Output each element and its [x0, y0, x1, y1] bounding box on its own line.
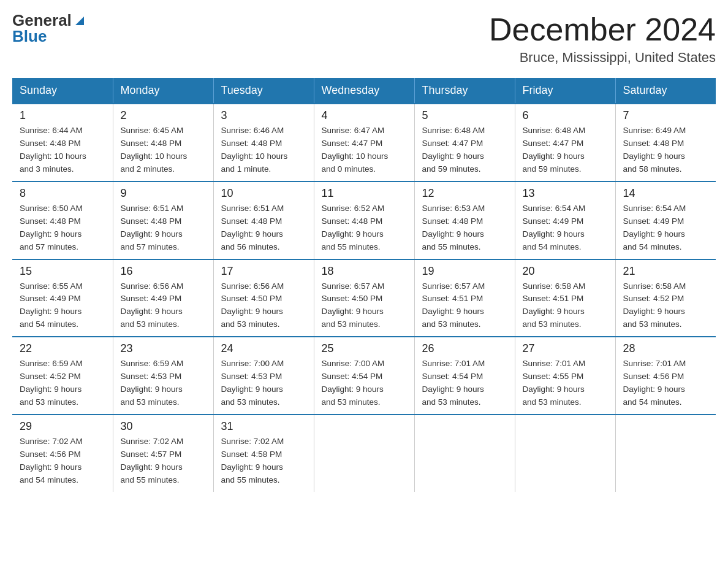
- day-number: 19: [422, 265, 507, 278]
- day-number: 1: [20, 109, 105, 122]
- day-info: Sunrise: 7:01 AMSunset: 4:54 PMDaylight:…: [422, 358, 507, 409]
- day-info: Sunrise: 7:01 AMSunset: 4:55 PMDaylight:…: [523, 358, 608, 409]
- calendar-cell: [314, 415, 414, 492]
- calendar-cell: 25Sunrise: 7:00 AMSunset: 4:54 PMDayligh…: [314, 337, 414, 415]
- day-info: Sunrise: 6:53 AMSunset: 4:48 PMDaylight:…: [422, 202, 507, 254]
- calendar-cell: 19Sunrise: 6:57 AMSunset: 4:51 PMDayligh…: [414, 259, 515, 337]
- day-info: Sunrise: 6:49 AMSunset: 4:48 PMDaylight:…: [623, 124, 709, 176]
- day-number: 28: [623, 342, 709, 355]
- day-number: 17: [221, 265, 306, 278]
- calendar-cell: 16Sunrise: 6:56 AMSunset: 4:49 PMDayligh…: [113, 259, 213, 337]
- day-info: Sunrise: 6:54 AMSunset: 4:49 PMDaylight:…: [523, 202, 608, 254]
- calendar-cell: 13Sunrise: 6:54 AMSunset: 4:49 PMDayligh…: [515, 182, 615, 259]
- day-info: Sunrise: 6:48 AMSunset: 4:47 PMDaylight:…: [422, 124, 507, 176]
- calendar-cell: 23Sunrise: 6:59 AMSunset: 4:53 PMDayligh…: [113, 337, 213, 415]
- day-info: Sunrise: 6:56 AMSunset: 4:50 PMDaylight:…: [221, 280, 306, 332]
- day-info: Sunrise: 6:57 AMSunset: 4:50 PMDaylight:…: [322, 280, 407, 332]
- day-number: 29: [20, 420, 105, 433]
- day-info: Sunrise: 6:44 AMSunset: 4:48 PMDaylight:…: [20, 124, 105, 176]
- weekday-header-monday: Monday: [113, 78, 213, 104]
- calendar-cell: 5Sunrise: 6:48 AMSunset: 4:47 PMDaylight…: [414, 104, 515, 182]
- day-number: 21: [623, 265, 709, 278]
- day-info: Sunrise: 6:58 AMSunset: 4:51 PMDaylight:…: [523, 280, 608, 332]
- calendar-week-5: 29Sunrise: 7:02 AMSunset: 4:56 PMDayligh…: [12, 415, 716, 492]
- calendar-cell: [615, 415, 716, 492]
- calendar-week-3: 15Sunrise: 6:55 AMSunset: 4:49 PMDayligh…: [12, 259, 716, 337]
- day-number: 10: [221, 187, 306, 200]
- day-number: 6: [523, 109, 608, 122]
- calendar-cell: 7Sunrise: 6:49 AMSunset: 4:48 PMDaylight…: [615, 104, 716, 182]
- day-number: 5: [422, 109, 507, 122]
- location: Bruce, Mississippi, United States: [489, 50, 716, 66]
- day-info: Sunrise: 6:48 AMSunset: 4:47 PMDaylight:…: [523, 124, 608, 176]
- calendar-cell: 24Sunrise: 7:00 AMSunset: 4:53 PMDayligh…: [213, 337, 314, 415]
- calendar-week-2: 8Sunrise: 6:50 AMSunset: 4:48 PMDaylight…: [12, 182, 716, 259]
- calendar-table: SundayMondayTuesdayWednesdayThursdayFrid…: [12, 78, 716, 491]
- day-number: 11: [322, 187, 407, 200]
- calendar-cell: 17Sunrise: 6:56 AMSunset: 4:50 PMDayligh…: [213, 259, 314, 337]
- day-info: Sunrise: 7:02 AMSunset: 4:58 PMDaylight:…: [221, 435, 306, 487]
- day-number: 15: [20, 265, 105, 278]
- calendar-cell: 1Sunrise: 6:44 AMSunset: 4:48 PMDaylight…: [12, 104, 113, 182]
- day-number: 7: [623, 109, 709, 122]
- calendar-cell: 21Sunrise: 6:58 AMSunset: 4:52 PMDayligh…: [615, 259, 716, 337]
- weekday-header-friday: Friday: [515, 78, 615, 104]
- calendar-cell: 3Sunrise: 6:46 AMSunset: 4:48 PMDaylight…: [213, 104, 314, 182]
- day-info: Sunrise: 6:50 AMSunset: 4:48 PMDaylight:…: [20, 202, 105, 254]
- day-number: 26: [422, 342, 507, 355]
- day-number: 12: [422, 187, 507, 200]
- day-info: Sunrise: 7:02 AMSunset: 4:57 PMDaylight:…: [121, 435, 206, 487]
- weekday-header-tuesday: Tuesday: [213, 78, 314, 104]
- weekday-header-thursday: Thursday: [414, 78, 515, 104]
- day-info: Sunrise: 6:55 AMSunset: 4:49 PMDaylight:…: [20, 280, 105, 332]
- day-number: 3: [221, 109, 306, 122]
- calendar-cell: 15Sunrise: 6:55 AMSunset: 4:49 PMDayligh…: [12, 259, 113, 337]
- calendar-cell: 4Sunrise: 6:47 AMSunset: 4:47 PMDaylight…: [314, 104, 414, 182]
- day-info: Sunrise: 6:57 AMSunset: 4:51 PMDaylight:…: [422, 280, 507, 332]
- day-number: 13: [523, 187, 608, 200]
- day-info: Sunrise: 7:00 AMSunset: 4:53 PMDaylight:…: [221, 358, 306, 409]
- day-number: 9: [121, 187, 206, 200]
- day-number: 16: [121, 265, 206, 278]
- day-info: Sunrise: 6:51 AMSunset: 4:48 PMDaylight:…: [221, 202, 306, 254]
- calendar-cell: 22Sunrise: 6:59 AMSunset: 4:52 PMDayligh…: [12, 337, 113, 415]
- calendar-cell: 18Sunrise: 6:57 AMSunset: 4:50 PMDayligh…: [314, 259, 414, 337]
- page-header: General Blue December 2024 Bruce, Missis…: [12, 12, 716, 66]
- day-info: Sunrise: 6:45 AMSunset: 4:48 PMDaylight:…: [121, 124, 206, 176]
- day-number: 8: [20, 187, 105, 200]
- day-info: Sunrise: 6:54 AMSunset: 4:49 PMDaylight:…: [623, 202, 709, 254]
- weekday-header-row: SundayMondayTuesdayWednesdayThursdayFrid…: [12, 78, 716, 104]
- calendar-cell: 2Sunrise: 6:45 AMSunset: 4:48 PMDaylight…: [113, 104, 213, 182]
- calendar-cell: 12Sunrise: 6:53 AMSunset: 4:48 PMDayligh…: [414, 182, 515, 259]
- day-info: Sunrise: 6:58 AMSunset: 4:52 PMDaylight:…: [623, 280, 709, 332]
- day-info: Sunrise: 6:51 AMSunset: 4:48 PMDaylight:…: [121, 202, 206, 254]
- calendar-cell: 29Sunrise: 7:02 AMSunset: 4:56 PMDayligh…: [12, 415, 113, 492]
- day-number: 31: [221, 420, 306, 433]
- day-number: 2: [121, 109, 206, 122]
- calendar-cell: 30Sunrise: 7:02 AMSunset: 4:57 PMDayligh…: [113, 415, 213, 492]
- calendar-cell: 10Sunrise: 6:51 AMSunset: 4:48 PMDayligh…: [213, 182, 314, 259]
- calendar-cell: 14Sunrise: 6:54 AMSunset: 4:49 PMDayligh…: [615, 182, 716, 259]
- day-info: Sunrise: 7:02 AMSunset: 4:56 PMDaylight:…: [20, 435, 105, 487]
- calendar-cell: [414, 415, 515, 492]
- calendar-week-4: 22Sunrise: 6:59 AMSunset: 4:52 PMDayligh…: [12, 337, 716, 415]
- day-info: Sunrise: 6:56 AMSunset: 4:49 PMDaylight:…: [121, 280, 206, 332]
- calendar-cell: 20Sunrise: 6:58 AMSunset: 4:51 PMDayligh…: [515, 259, 615, 337]
- title-section: December 2024 Bruce, Mississippi, United…: [489, 12, 716, 66]
- day-number: 18: [322, 265, 407, 278]
- day-number: 25: [322, 342, 407, 355]
- day-number: 30: [121, 420, 206, 433]
- day-number: 24: [221, 342, 306, 355]
- svg-marker-0: [75, 17, 84, 25]
- day-number: 27: [523, 342, 608, 355]
- day-number: 22: [20, 342, 105, 355]
- day-info: Sunrise: 6:46 AMSunset: 4:48 PMDaylight:…: [221, 124, 306, 176]
- calendar-cell: 26Sunrise: 7:01 AMSunset: 4:54 PMDayligh…: [414, 337, 515, 415]
- calendar-cell: 6Sunrise: 6:48 AMSunset: 4:47 PMDaylight…: [515, 104, 615, 182]
- day-info: Sunrise: 6:52 AMSunset: 4:48 PMDaylight:…: [322, 202, 407, 254]
- weekday-header-wednesday: Wednesday: [314, 78, 414, 104]
- logo-general: General: [12, 12, 72, 28]
- day-number: 23: [121, 342, 206, 355]
- calendar-cell: 31Sunrise: 7:02 AMSunset: 4:58 PMDayligh…: [213, 415, 314, 492]
- calendar-cell: [515, 415, 615, 492]
